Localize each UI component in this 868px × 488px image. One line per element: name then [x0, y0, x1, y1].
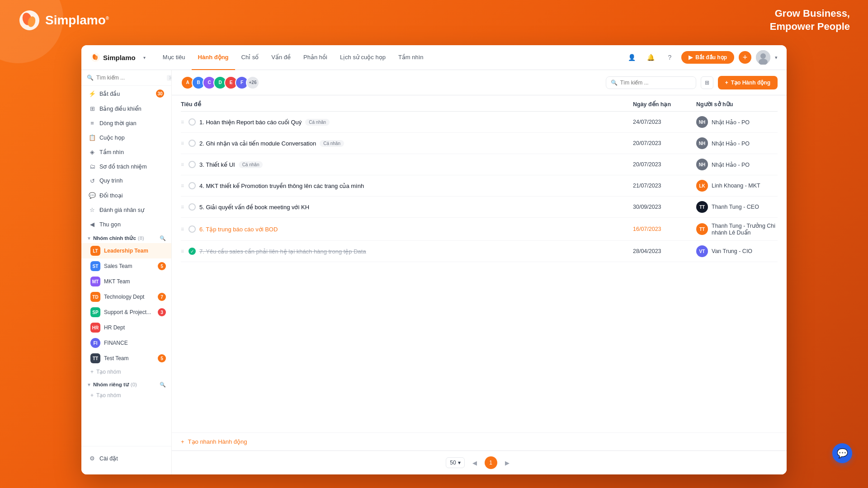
date-cell-2: 20/07/2023 [633, 140, 696, 146]
pagination-next[interactable]: ▶ [502, 457, 513, 468]
avatar-overflow-count: +26 [246, 76, 259, 89]
create-action-plus-icon: + [725, 80, 728, 86]
content-search-icon: 🔍 [611, 80, 618, 86]
group-item-technology-dept[interactable]: TD Technology Dept 7 [81, 289, 171, 305]
window-logo-text: Simplamo [103, 54, 136, 61]
create-official-group[interactable]: + Tạo nhóm [81, 366, 171, 378]
group-item-leadership-team[interactable]: LT Leadership Team [81, 243, 171, 258]
table-header: Tiêu đề Ngày đến hạn Người sở hữu [181, 95, 778, 112]
owner-cell-6: TT Thanh Tung - Trưởng Chi nhánh Lê Duẩn [696, 222, 778, 236]
task-checkbox-2[interactable] [189, 140, 196, 147]
nav-start-meeting-btn[interactable]: ▶ Bắt đầu họp [681, 51, 734, 64]
nav-avatar-dropdown[interactable]: ▾ [775, 55, 778, 61]
nav-item-chi-so[interactable]: Chỉ số [235, 45, 265, 70]
header-right-actions: 🔍 ⊞ + Tạo Hành động [606, 76, 778, 89]
top-bar-logo: Simplamo® [18, 9, 109, 32]
search-private-groups-icon[interactable]: 🔍 [160, 382, 166, 388]
nav-item-lich-su[interactable]: Lịch sử cuộc họp [334, 45, 392, 70]
create-private-group[interactable]: + Tạo nhóm [81, 389, 171, 401]
finance-avatar: FI [90, 338, 100, 348]
quick-create-plus-icon: + [181, 438, 184, 445]
drag-handle-5[interactable]: ≡ [181, 204, 184, 210]
sidebar-item-danh-gia[interactable]: ☆ Đánh giá nhân sự [81, 202, 171, 217]
drag-handle-1[interactable]: ≡ [181, 119, 184, 125]
sidebar-search-area: 🔍 ⌘K [81, 70, 171, 86]
per-page-select[interactable]: 50 ▾ [446, 457, 464, 468]
create-action-button[interactable]: + Tạo Hành động [718, 76, 778, 89]
pagination-page-1[interactable]: 1 [485, 456, 497, 469]
task-cell-4: ≡ 4. MKT thiết kế Promotion truyền thông… [181, 182, 633, 189]
task-checkbox-4[interactable] [189, 182, 196, 189]
sidebar-item-bang-dieu-khien[interactable]: ⊞ Bảng điều khiển [81, 101, 171, 116]
sidebar-item-doi-thoai[interactable]: 💬 Đối thoại [81, 188, 171, 202]
mkt-team-avatar: MT [90, 277, 100, 286]
official-groups-header[interactable]: ▼ Nhóm chính thức (8) 🔍 [81, 231, 171, 243]
owner-cell-2: NH Nhật Hảo - PO [696, 137, 778, 149]
create-private-group-plus-icon: + [90, 392, 94, 399]
owner-cell-7: VT Van Trung - CIO [696, 245, 778, 257]
task-checkbox-1[interactable] [189, 118, 196, 126]
sidebar-settings[interactable]: ⚙ Cài đặt [81, 451, 171, 465]
danh-gia-icon: ☆ [89, 206, 96, 213]
table-row: ≡ 5. Giải quyết vấn đề book meeting với … [181, 197, 778, 218]
content-search-box[interactable]: 🔍 [606, 76, 696, 89]
nav-item-van-de[interactable]: Vấn đề [265, 45, 297, 70]
drag-handle-3[interactable]: ≡ [181, 161, 184, 168]
private-groups-header[interactable]: ▼ Nhóm riêng tư (0) 🔍 [81, 378, 171, 389]
table-row: ≡ 1. Hoàn thiện Report báo cáo cuối Quý … [181, 112, 778, 133]
group-item-test-team[interactable]: TT Test Team 5 [81, 351, 171, 366]
group-item-mkt-team[interactable]: MT MKT Team [81, 274, 171, 289]
doi-thoai-icon: 💬 [89, 192, 96, 199]
table-container: Tiêu đề Ngày đến hạn Người sở hữu ≡ 1. H… [172, 95, 787, 432]
chat-button[interactable]: 💬 [832, 443, 852, 463]
nav-dropdown-button[interactable]: ▾ [140, 53, 149, 62]
group-item-finance[interactable]: FI FINANCE [81, 335, 171, 351]
task-title-5: 5. Giải quyết vấn đề book meeting với KH [199, 204, 309, 211]
group-item-hr-dept[interactable]: HR HR Dept [81, 320, 171, 335]
nav-item-muc-tieu[interactable]: Mục tiêu [156, 45, 192, 70]
content-search-input[interactable] [620, 80, 691, 86]
sidebar-item-cuoc-hop[interactable]: 📋 Cuộc họp [81, 130, 171, 145]
nav-item-phan-hoi[interactable]: Phản hồi [297, 45, 334, 70]
nav-item-hanh-dong[interactable]: Hành động [192, 45, 235, 70]
sidebar-item-tam-nhin[interactable]: ◈ Tầm nhìn [81, 145, 171, 159]
technology-dept-avatar: TD [90, 292, 100, 302]
col-owner: Người sở hữu [696, 101, 778, 108]
drag-handle-6[interactable]: ≡ [181, 226, 184, 232]
quick-create-action[interactable]: + Tạo nhanh Hành động [172, 432, 787, 450]
sidebar-item-bat-dau[interactable]: ⚡ Bắt đầu 30 [81, 86, 171, 101]
nav-avatar[interactable] [756, 50, 770, 65]
search-groups-icon[interactable]: 🔍 [160, 235, 166, 241]
hr-dept-avatar: HR [90, 323, 100, 333]
task-checkbox-6[interactable] [189, 225, 196, 233]
filter-button[interactable]: ⊞ [701, 76, 713, 89]
sidebar-item-so-do[interactable]: 🗂 Sơ đồ trách nhiệm [81, 159, 171, 174]
pagination-prev[interactable]: ◀ [469, 457, 480, 468]
dong-thoi-gian-icon: ≡ [89, 119, 96, 127]
sidebar-search-input[interactable] [96, 75, 164, 81]
owner-avatar-6: TT [696, 223, 708, 235]
sidebar-item-thu-gon[interactable]: ◀ Thu gọn [81, 217, 171, 231]
nav-help-btn[interactable]: ? [662, 50, 677, 65]
nav-item-tam-nhin[interactable]: Tầm nhìn [392, 45, 430, 70]
date-cell-4: 21/07/2023 [633, 183, 696, 189]
group-item-sales-team[interactable]: ST Sales Team 5 [81, 258, 171, 274]
task-cell-5: ≡ 5. Giải quyết vấn đề book meeting với … [181, 203, 633, 211]
task-checkbox-3[interactable] [189, 161, 196, 168]
nav-notification-btn[interactable]: 🔔 [643, 50, 658, 65]
task-checkbox-5[interactable] [189, 203, 196, 211]
sidebar-footer: ⚙ Cài đặt [81, 446, 171, 470]
drag-handle-7[interactable]: ≡ [181, 248, 184, 254]
pagination: 50 ▾ ◀ 1 ▶ [172, 450, 787, 474]
group-item-support-project[interactable]: SP Support & Project... 3 [81, 305, 171, 320]
drag-handle-2[interactable]: ≡ [181, 140, 184, 146]
sidebar-item-dong-thoi-gian[interactable]: ≡ Dòng thời gian [81, 116, 171, 130]
task-cell-2: ≡ 2. Ghi nhận và cải tiến module Convers… [181, 140, 633, 147]
nav-user-icon-btn[interactable]: 👤 [624, 50, 639, 65]
quy-trinh-icon: ↺ [89, 177, 96, 184]
task-checkbox-7[interactable]: ✓ [189, 248, 196, 255]
drag-handle-4[interactable]: ≡ [181, 183, 184, 189]
col-title: Tiêu đề [181, 101, 633, 108]
sidebar-item-quy-trinh[interactable]: ↺ Quy trình [81, 174, 171, 188]
nav-add-btn[interactable]: + [739, 51, 751, 64]
